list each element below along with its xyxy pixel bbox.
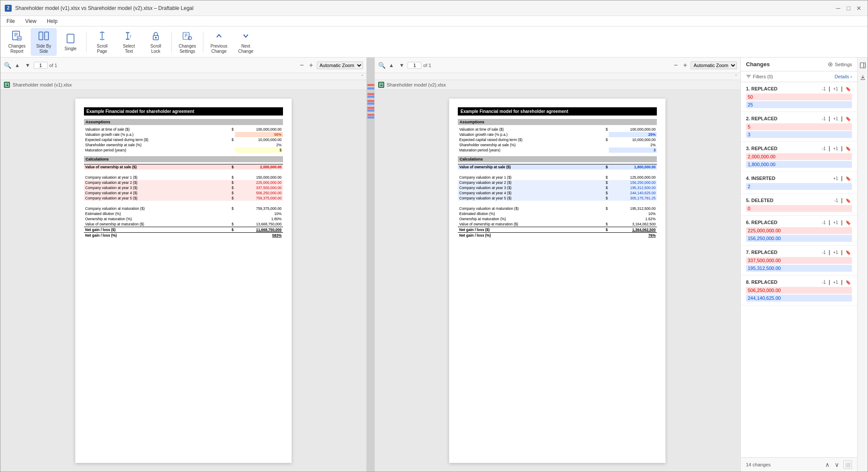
change-5-bookmark[interactable]: 🔖: [844, 198, 852, 203]
select-text-button[interactable]: I SelectText: [116, 28, 142, 56]
export-button[interactable]: [858, 73, 867, 82]
change-8-minus[interactable]: -1: [820, 279, 827, 285]
filters-button[interactable]: Filters (0): [746, 74, 773, 79]
right-scroll-up-icon[interactable]: ⌃: [734, 74, 738, 79]
change-item-1[interactable]: 1. REPLACED -1 | +1 | 🔖 50 25: [741, 82, 857, 112]
left-nav-up[interactable]: ▲: [13, 61, 22, 69]
left-scroll-up-icon[interactable]: ⌃: [360, 74, 364, 79]
changes-panel: Changes Settings Filters (0) Details ›: [740, 58, 857, 472]
table-row: Maturation period (years)$: [84, 148, 283, 153]
maximize-button[interactable]: □: [844, 4, 853, 13]
changes-report-button[interactable]: ChangesReport: [4, 28, 30, 56]
change-item-5[interactable]: 5. DELETED -1 | 🔖 0: [741, 194, 857, 216]
right-nav-down[interactable]: ▼: [397, 61, 406, 69]
change-8-bookmark[interactable]: 🔖: [844, 279, 852, 285]
right-zoom-out[interactable]: −: [672, 61, 679, 69]
change-6-plus[interactable]: +1: [832, 220, 839, 225]
scroll-page-button[interactable]: ScrollPage: [89, 28, 115, 56]
previous-change-label: PreviousChange: [211, 44, 228, 54]
footer-nav-up[interactable]: ∧: [823, 460, 831, 469]
left-calculations-header: Calculations: [84, 156, 283, 162]
change-3-bookmark[interactable]: 🔖: [844, 146, 852, 151]
change-item-6[interactable]: 6. REPLACED -1 | +1 | 🔖 225,000,000.00 1…: [741, 216, 857, 246]
change-4-bookmark[interactable]: 🔖: [844, 176, 852, 181]
minimap-mark-red-4: [367, 107, 374, 109]
change-2-bookmark[interactable]: 🔖: [844, 116, 852, 122]
svg-rect-26: [379, 83, 383, 87]
change-7-minus[interactable]: -1: [820, 250, 827, 255]
change-6-bookmark[interactable]: 🔖: [844, 220, 852, 225]
next-change-button[interactable]: NextChange: [233, 28, 259, 56]
change-7-plus[interactable]: +1: [832, 250, 839, 255]
right-doc-page: Example Financial model for shareholder …: [449, 99, 665, 463]
left-doc-scroll[interactable]: Example Financial model for shareholder …: [0, 90, 366, 472]
changes-settings-button[interactable]: ChangesSettings: [174, 28, 200, 56]
right-nav-up[interactable]: ▲: [387, 61, 396, 69]
changes-panel-title: Changes: [746, 61, 770, 67]
right-doc-toolbar: 🔍 ▲ ▼ of 1 − + Automatic Zoom 50% 75% 10…: [375, 58, 741, 73]
table-row: Ownership at maturation (%)1.62%: [458, 216, 657, 222]
change-2-minus[interactable]: -1: [820, 116, 827, 122]
details-button[interactable]: Details ›: [835, 74, 852, 79]
change-7-bookmark[interactable]: 🔖: [844, 250, 852, 255]
change-item-2[interactable]: 2. REPLACED -1 | +1 | 🔖 5 3: [741, 112, 857, 142]
footer-nav-down[interactable]: ∨: [833, 460, 841, 469]
changes-settings-link[interactable]: Settings: [828, 62, 852, 67]
right-search-icon[interactable]: 🔍: [378, 62, 386, 69]
changes-settings-icon: [181, 30, 193, 42]
left-sheet-title: Example Financial model for shareholder …: [84, 107, 283, 116]
left-search-icon[interactable]: 🔍: [4, 62, 11, 69]
table-row: Maturation period (years)3: [458, 148, 657, 153]
table-row: Valuation growth rate (% p.a.)25%: [458, 132, 657, 137]
left-zoom-select[interactable]: Automatic Zoom 50% 75% 100% 125% 150%: [317, 61, 363, 69]
change-3-new: 1,800,000.00: [746, 161, 852, 168]
app-window: 2 Shareholder model (v1).xlsx vs Shareho…: [0, 0, 868, 472]
svg-point-13: [155, 37, 157, 39]
right-zoom-select[interactable]: Automatic Zoom 50% 75% 100% 125% 150%: [691, 61, 737, 69]
change-3-minus[interactable]: -1: [820, 146, 827, 151]
change-1-plus[interactable]: +1: [832, 86, 839, 92]
scroll-page-icon: [96, 30, 108, 42]
left-page-input[interactable]: [34, 62, 48, 69]
change-4-plus[interactable]: +1: [832, 176, 839, 181]
menu-view[interactable]: View: [23, 17, 38, 25]
change-8-label: 8. REPLACED: [746, 279, 778, 285]
change-6-minus[interactable]: -1: [820, 220, 827, 225]
change-1-bookmark[interactable]: 🔖: [844, 86, 852, 92]
change-8-plus[interactable]: +1: [832, 279, 839, 285]
change-item-3[interactable]: 3. REPLACED -1 | +1 | 🔖 2,000,000.00 1,8…: [741, 142, 857, 172]
right-zoom-in[interactable]: +: [682, 61, 689, 69]
left-nav-down[interactable]: ▼: [23, 61, 32, 69]
scroll-lock-button[interactable]: ScrollLock: [143, 28, 169, 56]
panel-toggle-button[interactable]: [858, 61, 867, 70]
right-doc-scroll[interactable]: Example Financial model for shareholder …: [375, 90, 741, 472]
expand-panel-button[interactable]: ⬜: [843, 460, 852, 469]
next-change-icon: [240, 30, 252, 42]
left-zoom-in[interactable]: +: [307, 61, 315, 69]
side-by-side-button[interactable]: Side BySide: [31, 28, 57, 56]
close-button[interactable]: ✕: [855, 4, 863, 13]
right-doc-title-bar: Shareholder model (v2).xlsx: [375, 80, 741, 90]
change-2-plus[interactable]: +1: [832, 116, 839, 122]
right-page-input[interactable]: [408, 62, 421, 69]
menu-file[interactable]: File: [5, 17, 16, 25]
previous-change-button[interactable]: PreviousChange: [206, 28, 232, 56]
changes-panel-header: Changes Settings: [741, 58, 857, 71]
change-item-7[interactable]: 7. REPLACED -1 | +1 | 🔖 337,500,000.00 1…: [741, 246, 857, 276]
right-mini-panel: [857, 58, 868, 472]
menu-help[interactable]: Help: [45, 17, 59, 25]
minimize-button[interactable]: ─: [834, 4, 842, 13]
change-5-minus[interactable]: -1: [833, 198, 839, 203]
single-button[interactable]: Single: [58, 28, 84, 56]
change-1-minus[interactable]: -1: [820, 86, 827, 92]
app-icon: 2: [5, 5, 12, 12]
left-zoom-out[interactable]: −: [298, 61, 305, 69]
single-icon: [64, 32, 77, 45]
select-text-label: SelectText: [123, 44, 135, 54]
change-item-4[interactable]: 4. INSERTED +1 | 🔖 2: [741, 172, 857, 194]
table-row: Net gain / loss (%)76%: [458, 233, 657, 238]
right-calculations-table: Value of ownership at sale ($)$1,800,000…: [458, 164, 657, 238]
change-3-plus[interactable]: +1: [832, 146, 839, 151]
change-7-new: 195,312,500.00: [746, 265, 852, 272]
change-item-8[interactable]: 8. REPLACED -1 | +1 | 🔖 506,250,000.00 2…: [741, 276, 857, 305]
